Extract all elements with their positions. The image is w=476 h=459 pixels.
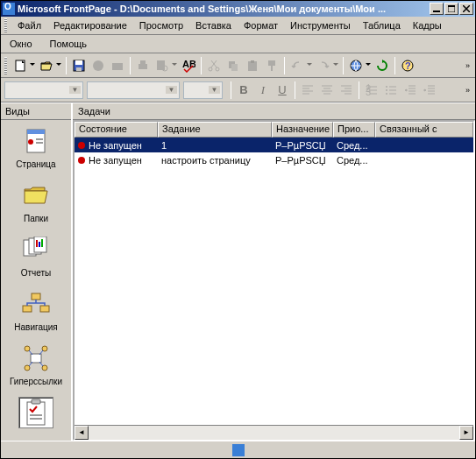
menu-insert[interactable]: Вставка <box>190 18 237 32</box>
align-center-button <box>317 81 337 100</box>
tasks-grid: Состояние Задание Назначение Прио... Свя… <box>73 120 475 441</box>
close-button[interactable] <box>459 3 473 15</box>
save-button[interactable] <box>69 56 89 75</box>
views-panel: Виды Страница Папки Отчеты Навигация Гип… <box>1 103 73 441</box>
menu-file[interactable]: Файл <box>12 18 46 32</box>
main-area: Задачи Состояние Задание Назначение Прио… <box>73 103 475 441</box>
col-assigned[interactable]: Назначение <box>272 122 333 138</box>
folder-icon <box>22 184 50 207</box>
menu-tools[interactable]: Инструменты <box>285 18 356 32</box>
menu-format[interactable]: Формат <box>238 18 283 32</box>
svg-rect-42 <box>32 293 40 300</box>
scroll-left-button[interactable]: ◄ <box>75 426 89 440</box>
minimize-button[interactable] <box>430 3 444 15</box>
svg-rect-41 <box>41 239 43 247</box>
view-navigation[interactable]: Навигация <box>1 283 71 337</box>
statusbar <box>1 441 475 458</box>
toolbar-overflow-button[interactable]: » <box>462 86 472 95</box>
status-dot-icon <box>78 157 85 164</box>
grid-header: Состояние Задание Назначение Прио... Свя… <box>75 122 473 138</box>
view-tasks[interactable] <box>1 392 71 434</box>
open-button[interactable] <box>37 56 56 75</box>
svg-rect-8 <box>112 63 123 70</box>
view-hyperlinks-label: Гиперссылки <box>10 377 62 386</box>
svg-rect-10 <box>140 60 146 64</box>
tasks-icon <box>24 399 48 427</box>
horizontal-scrollbar[interactable]: ◄ ► <box>75 425 473 439</box>
menu-help[interactable]: Помощь <box>45 37 93 51</box>
svg-text:3: 3 <box>366 87 371 96</box>
formatting-toolbar: ▼ ▼ ▼ B I U 123 » <box>1 78 475 102</box>
svg-rect-20 <box>268 60 275 66</box>
menu-view[interactable]: Просмотр <box>134 18 188 32</box>
scroll-right-button[interactable]: ► <box>459 426 473 440</box>
svg-point-15 <box>216 67 219 71</box>
svg-point-28 <box>386 86 387 88</box>
svg-rect-21 <box>271 66 273 71</box>
app-icon <box>3 3 15 15</box>
redo-button <box>314 56 333 75</box>
col-task[interactable]: Задание <box>158 122 272 138</box>
hyperlinks-icon <box>22 345 50 371</box>
help-button[interactable]: ? <box>398 56 417 75</box>
svg-rect-52 <box>30 414 42 416</box>
menu-frames[interactable]: Кадры <box>408 18 447 32</box>
folder-button <box>108 56 127 75</box>
svg-rect-39 <box>36 240 38 247</box>
web-component-button[interactable] <box>346 56 366 75</box>
publish-button <box>89 56 108 75</box>
refresh-button[interactable] <box>373 56 392 75</box>
menu-table[interactable]: Таблица <box>358 18 406 32</box>
grip-icon <box>4 18 7 32</box>
toolbar-overflow-button[interactable]: » <box>462 61 472 70</box>
align-left-button <box>298 81 317 100</box>
menu-edit[interactable]: Редактирование <box>48 18 132 32</box>
undo-button <box>288 56 307 75</box>
svg-text:?: ? <box>405 60 411 71</box>
view-reports[interactable]: Отчеты <box>1 229 71 283</box>
svg-rect-43 <box>23 306 32 312</box>
bold-button: B <box>234 81 253 100</box>
svg-point-29 <box>386 89 387 91</box>
view-page-label: Страница <box>16 159 55 169</box>
cut-button <box>204 56 224 75</box>
svg-rect-50 <box>27 402 45 425</box>
svg-rect-17 <box>231 64 238 71</box>
svg-point-33 <box>28 139 33 145</box>
maximize-button[interactable] <box>444 3 458 15</box>
svg-rect-0 <box>433 11 440 12</box>
col-linked[interactable]: Связанный с <box>375 122 473 138</box>
style-combo: ▼ <box>4 81 83 99</box>
standard-toolbar: ABC ? » <box>1 53 475 78</box>
numbered-list-button: 123 <box>362 81 381 100</box>
svg-rect-34 <box>36 138 43 140</box>
menu-window[interactable]: Окно <box>4 37 38 51</box>
page-icon <box>24 128 48 154</box>
view-hyperlinks[interactable]: Гиперссылки <box>1 337 71 392</box>
svg-rect-11 <box>157 60 165 70</box>
new-button[interactable] <box>11 56 30 75</box>
indent-button <box>420 81 439 100</box>
col-status[interactable]: Состояние <box>75 122 158 138</box>
svg-rect-44 <box>40 306 49 312</box>
reports-icon <box>22 237 50 263</box>
menubar: Файл Редактирование Просмотр Вставка Фор… <box>1 17 475 35</box>
table-row[interactable]: Не запущен настроить страницу Р–РµРЅСЏ С… <box>75 152 473 167</box>
table-row[interactable]: Не запущен 1 Р–РµРЅСЏ Сред... <box>75 138 473 152</box>
ie-icon <box>232 444 245 456</box>
outdent-button <box>401 81 420 100</box>
svg-rect-53 <box>30 418 42 420</box>
view-page[interactable]: Страница <box>1 120 71 174</box>
scroll-track[interactable] <box>89 426 459 440</box>
view-folders[interactable]: Папки <box>1 174 71 229</box>
spellcheck-button[interactable]: ABC <box>179 56 198 75</box>
grip-icon <box>4 57 7 74</box>
col-priority[interactable]: Прио... <box>333 122 375 138</box>
underline-button: U <box>273 81 292 100</box>
svg-rect-51 <box>32 399 40 404</box>
grid-body[interactable]: Не запущен 1 Р–РµРЅСЏ Сред... Не запущен… <box>75 138 473 425</box>
main-header: Задачи <box>73 103 475 120</box>
svg-point-7 <box>93 60 103 71</box>
print-button <box>133 56 153 75</box>
svg-rect-6 <box>76 67 82 71</box>
